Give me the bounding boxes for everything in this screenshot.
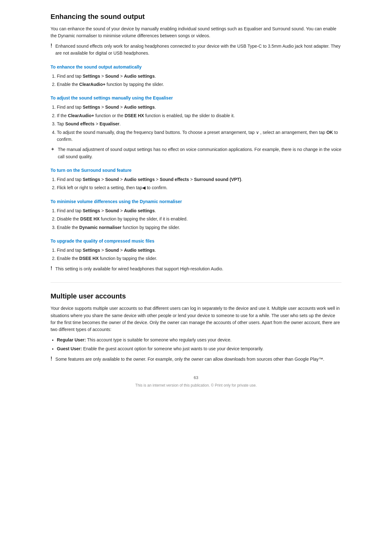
step-item: Find and tap Settings > Sound > Audio se… [57, 73, 341, 80]
section-multiple-users: Multiple user accounts Your device suppo… [51, 292, 341, 363]
bullet-item: Guest User: Enable the guest account opt… [57, 345, 341, 352]
section2-bullets: Regular User: This account type is suita… [57, 336, 341, 352]
step-item: Enable the ClearAudio+ function by tappi… [57, 81, 341, 88]
subsection5-steps: Find and tap Settings > Sound > Audio se… [57, 247, 341, 262]
step-item: Find and tap Settings > Sound > Audio se… [57, 247, 341, 254]
section2-note: ! Some features are only available to th… [51, 356, 341, 363]
footer-text: This is an internet version of this publ… [51, 383, 341, 388]
subsection5-note: ! This setting is only available for wir… [51, 265, 341, 272]
subsection1-heading: To enhance the sound output automaticall… [51, 64, 341, 69]
subsection3-heading: To turn on the Surround sound feature [51, 168, 341, 173]
page: Enhancing the sound output You can enhan… [0, 0, 392, 554]
section2-note-text: Some features are only available to the … [55, 356, 324, 363]
section-divider [51, 282, 341, 283]
section1-note1-text: Enhanced sound effects only work for ana… [55, 43, 341, 57]
subsection1-heading-text: To enhance the sound output automaticall… [51, 64, 142, 69]
subsection2-steps: Find and tap Settings > Sound > Audio se… [57, 104, 341, 143]
step-item: Find and tap Settings > Sound > Audio se… [57, 176, 341, 183]
section2-title: Multiple user accounts [51, 292, 341, 300]
subsection4-heading: To minimise volume differences using the… [51, 199, 341, 204]
section2-intro: Your device supports multiple user accou… [51, 305, 341, 333]
exclamation-icon2: ! [51, 266, 52, 271]
subsection5-heading-text: To upgrade the quality of compressed mus… [51, 238, 154, 244]
step-item: Disable the DSEE HX function by tapping … [57, 215, 341, 222]
step-item: To adjust the sound manually, drag the f… [57, 129, 341, 143]
subsection1-steps: Find and tap Settings > Sound > Audio se… [57, 73, 341, 88]
section-enhancing-sound: Enhancing the sound output You can enhan… [51, 13, 341, 272]
subsection2-heading-text: To adjust the sound settings manually us… [51, 95, 173, 100]
bullet-item: Regular User: This account type is suita… [57, 336, 341, 343]
step-item: Enable the DSEE HX function by tapping t… [57, 255, 341, 262]
subsection2-tip: ✦ The manual adjustment of sound output … [51, 146, 341, 160]
subsection2-tip-text: The manual adjustment of sound output se… [58, 146, 341, 160]
step-item: Enable the Dynamic normaliser function b… [57, 224, 341, 231]
subsection3-heading-text: To turn on the Surround sound feature [51, 168, 131, 173]
exclamation-icon3: ! [51, 356, 52, 362]
step-item: If the ClearAudio+ function or the DSEE … [57, 112, 341, 119]
section1-title: Enhancing the sound output [51, 13, 341, 21]
subsection4-steps: Find and tap Settings > Sound > Audio se… [57, 207, 341, 231]
subsection4-heading-text: To minimise volume differences using the… [51, 199, 182, 204]
step-item: Tap Sound effects > Equaliser. [57, 120, 341, 127]
subsection5-note-text: This setting is only available for wired… [55, 265, 223, 272]
subsection3-steps: Find and tap Settings > Sound > Audio se… [57, 176, 341, 191]
section1-intro: You can enhance the sound of your device… [51, 25, 341, 39]
step-item: Find and tap Settings > Sound > Audio se… [57, 207, 341, 214]
subsection2-heading: To adjust the sound settings manually us… [51, 95, 341, 100]
exclamation-icon: ! [51, 43, 52, 49]
step-item: Flick left or right to select a setting,… [57, 184, 341, 191]
section1-note1: ! Enhanced sound effects only work for a… [51, 43, 341, 57]
subsection5-heading: To upgrade the quality of compressed mus… [51, 238, 341, 244]
tip-icon: ✦ [51, 146, 55, 152]
step-item: Find and tap Settings > Sound > Audio se… [57, 104, 341, 111]
page-number: 63 [51, 375, 341, 380]
